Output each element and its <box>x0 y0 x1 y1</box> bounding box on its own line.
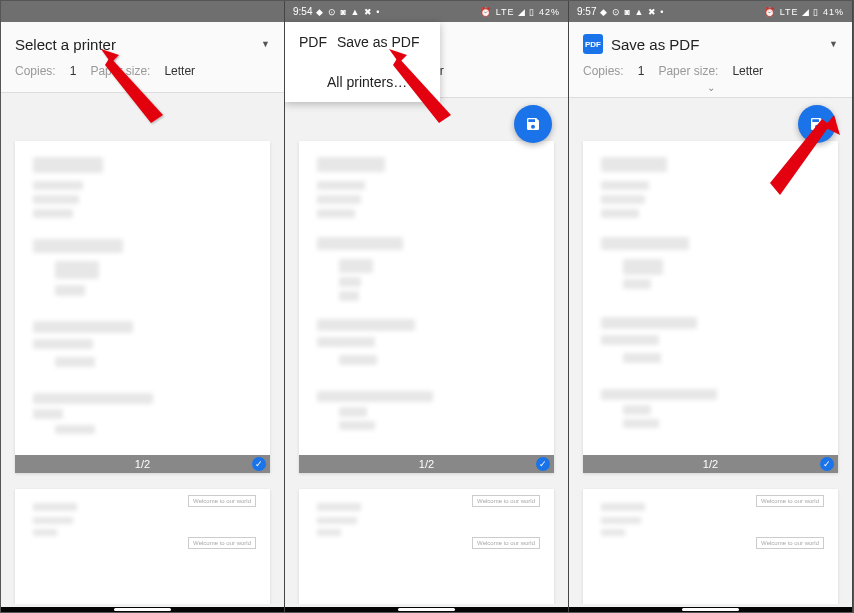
nav-bar[interactable] <box>285 607 568 612</box>
page-counter: 1/2 <box>135 458 150 470</box>
check-icon[interactable]: ✓ <box>536 457 550 471</box>
preview-page-2[interactable]: Welcome to our world Welcome to our worl… <box>583 489 838 604</box>
screen-3: 9:57 ◆ ⊙ ◙ ▲ ✖ • ⏰ LTE ◢ ▯ 41% PDF Save … <box>569 1 853 612</box>
status-icons-right: ⏰ LTE ◢ ▯ 42% <box>480 7 560 17</box>
copies-label: Copies: <box>15 64 56 78</box>
page-counter: 1/2 <box>419 458 434 470</box>
chevron-down-icon: ▼ <box>261 39 270 49</box>
page-counter: 1/2 <box>703 458 718 470</box>
preview-page-1[interactable]: 1/2 ✓ <box>15 141 270 473</box>
preview-page-1[interactable]: 1/2 ✓ <box>299 141 554 473</box>
mini-box: Welcome to our world <box>472 495 540 507</box>
screen-2: 9:54 ◆ ⊙ ◙ ▲ ✖ • ⏰ LTE ◢ ▯ 42% Letter ⌄ … <box>285 1 569 612</box>
preview-area[interactable]: 1/2 ✓ Welcome to our world Welcome to ou… <box>285 125 568 604</box>
copies-value[interactable]: 1 <box>634 64 649 78</box>
annotation-arrow <box>756 111 846 211</box>
papersize-value[interactable]: Letter <box>728 64 767 78</box>
status-time: 9:54 <box>293 6 312 17</box>
preview-area[interactable]: 1/2 ✓ Welcome to our world Welcome to ou… <box>1 125 284 604</box>
print-header: PDF Save as PDF ▼ Copies: 1 Paper size: … <box>569 22 852 98</box>
mini-box: Welcome to our world <box>188 537 256 549</box>
save-pdf-button[interactable] <box>514 105 552 143</box>
status-bar <box>1 1 284 22</box>
check-icon[interactable]: ✓ <box>820 457 834 471</box>
save-icon <box>525 116 541 132</box>
svg-marker-1 <box>105 57 163 123</box>
status-icons-right: ⏰ LTE ◢ ▯ 41% <box>764 7 844 17</box>
nav-bar[interactable] <box>1 607 284 612</box>
mini-box: Welcome to our world <box>756 537 824 549</box>
mini-box: Welcome to our world <box>472 537 540 549</box>
annotation-arrow <box>97 45 187 135</box>
status-icons-left: ◆ ⊙ ◙ ▲ ✖ • <box>316 7 380 17</box>
mini-box: Welcome to our world <box>756 495 824 507</box>
status-bar: 9:57 ◆ ⊙ ◙ ▲ ✖ • ⏰ LTE ◢ ▯ 41% <box>569 1 852 22</box>
svg-marker-5 <box>770 119 830 195</box>
screen-1: Select a printer ▼ Copies: 1 Paper size:… <box>1 1 285 612</box>
papersize-label: Paper size: <box>658 64 718 78</box>
nav-bar[interactable] <box>569 607 852 612</box>
page-counter-bar: 1/2 ✓ <box>583 455 838 473</box>
page-counter-bar: 1/2 ✓ <box>299 455 554 473</box>
printer-selector[interactable]: PDF Save as PDF ▼ <box>569 22 852 62</box>
annotation-arrow <box>385 45 475 135</box>
pdf-icon: PDF <box>583 34 603 54</box>
copies-value[interactable]: 1 <box>66 64 81 78</box>
preview-page-2[interactable]: Welcome to our world Welcome to our worl… <box>15 489 270 604</box>
annotation-arrow <box>285 45 375 135</box>
check-icon[interactable]: ✓ <box>252 457 266 471</box>
status-time: 9:57 <box>577 6 596 17</box>
mini-box: Welcome to our world <box>188 495 256 507</box>
page-counter-bar: 1/2 ✓ <box>15 455 270 473</box>
chevron-down-icon: ▼ <box>829 39 838 49</box>
printer-label: Save as PDF <box>611 36 821 53</box>
status-icons-left: ◆ ⊙ ◙ ▲ ✖ • <box>600 7 664 17</box>
expand-caret-icon[interactable]: ⌄ <box>569 82 852 93</box>
copies-label: Copies: <box>583 64 624 78</box>
svg-marker-3 <box>393 57 451 123</box>
status-bar: 9:54 ◆ ⊙ ◙ ▲ ✖ • ⏰ LTE ◢ ▯ 42% <box>285 1 568 22</box>
preview-page-2[interactable]: Welcome to our world Welcome to our worl… <box>299 489 554 604</box>
